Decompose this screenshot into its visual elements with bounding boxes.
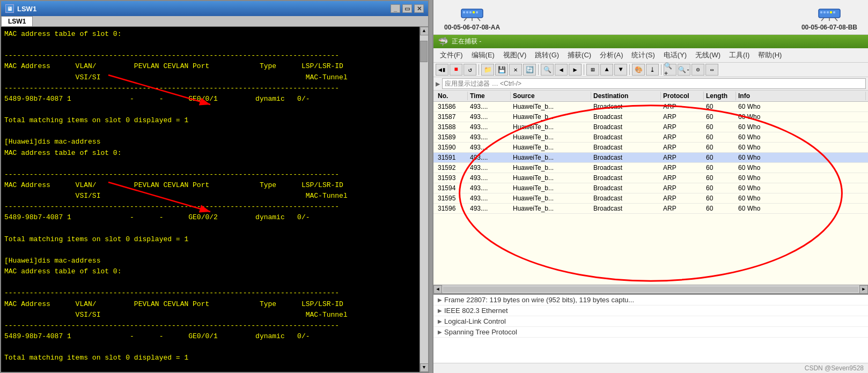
toolbar-start[interactable]: ◀▮ (436, 64, 448, 76)
list-item[interactable]: ▶Frame 22807: 119 bytes on wire (952 bit… (433, 295, 868, 305)
toolbar-zoom-reset[interactable]: ⊙ (692, 64, 704, 76)
table-row[interactable]: 31591 493.... HuaweiTe_b... Broadcast AR… (433, 153, 868, 163)
toolbar-down[interactable]: ▼ (614, 64, 627, 76)
scroll-up-button[interactable]: ▲ (420, 27, 429, 35)
cell-info: 60 Who (736, 113, 866, 121)
table-row[interactable]: 31588 493.... HuaweiTe_b... Broadcast AR… (433, 122, 868, 132)
ws-bottom-pane: ▶Frame 22807: 119 bytes on wire (952 bit… (433, 293, 868, 363)
tab-lsw1[interactable]: LSW1 (1, 16, 33, 26)
cell-dst: Broadcast (591, 184, 661, 192)
ws-titlebar: 🦈 正在捕获 - (433, 35, 868, 48)
cell-src: HuaweiTe_b... (511, 194, 591, 203)
toolbar-up[interactable]: ▲ (600, 64, 613, 76)
cell-info: 60 Who (736, 153, 866, 162)
table-row[interactable]: 31595 493.... HuaweiTe_b... Broadcast AR… (433, 193, 868, 204)
toolbar-goto[interactable]: ⊞ (586, 64, 599, 76)
menu-wireless[interactable]: 无线(W) (691, 49, 725, 61)
close-button[interactable]: ✕ (414, 4, 424, 13)
menu-file[interactable]: 文件(F) (436, 49, 467, 61)
scroll-thumb[interactable] (420, 41, 428, 62)
toolbar-zoom-in[interactable]: 🔍+ (664, 64, 676, 76)
cell-src: HuaweiTe_b... (511, 163, 591, 172)
device-right-mac: 00-05-06-07-08-BB (801, 24, 857, 31)
col-info: Info (736, 92, 866, 100)
toolbar-close[interactable]: ✕ (509, 64, 522, 76)
table-row[interactable]: 31590 493.... HuaweiTe_b... Broadcast AR… (433, 143, 868, 153)
col-no: No. (436, 92, 468, 100)
expand-icon: ▶ (438, 318, 442, 324)
hscroll-bar[interactable] (443, 287, 858, 292)
ws-packet-list[interactable]: 31586 493.... HuaweiTe_b... Broadcast AR… (433, 102, 868, 285)
scroll-track[interactable] (420, 35, 428, 363)
table-row[interactable]: 31594 493.... HuaweiTe_b... Broadcast AR… (433, 183, 868, 193)
cell-info: 60 Who (736, 143, 866, 152)
cell-no: 31594 (436, 184, 468, 192)
table-row[interactable]: 31593 493.... HuaweiTe_b... Broadcast AR… (433, 173, 868, 183)
svg-rect-6 (469, 11, 472, 13)
toolbar-resize-cols[interactable]: ⇔ (705, 64, 718, 76)
cell-proto: ARP (661, 184, 704, 192)
table-row[interactable]: 31592 493.... HuaweiTe_b... Broadcast AR… (433, 163, 868, 173)
cell-src: HuaweiTe_b... (511, 113, 591, 121)
menu-capture[interactable]: 捕获(C) (563, 49, 595, 61)
toolbar-zoom-out[interactable]: 🔍- (678, 64, 690, 76)
cell-len: 60 (704, 174, 736, 182)
cell-info: 60 Who (736, 204, 866, 213)
cell-src: HuaweiTe_b... (511, 174, 591, 182)
toolbar-stop[interactable]: ■ (450, 64, 462, 76)
list-item[interactable]: ▶Logical-Link Control (433, 316, 868, 327)
minimize-button[interactable]: _ (391, 4, 400, 13)
toolbar-open[interactable]: 📁 (481, 64, 494, 76)
restore-button[interactable]: ▭ (402, 4, 412, 13)
cell-time: 493.... (468, 133, 511, 141)
col-length: Length (704, 92, 736, 100)
toolbar-colorize[interactable]: 🎨 (632, 64, 645, 76)
device-left-mac: 00-05-06-07-08-AA (444, 24, 500, 31)
toolbar-autoscroll[interactable]: ⤓ (646, 64, 659, 76)
toolbar-restart[interactable]: ↺ (464, 64, 476, 76)
terminal-scrollbar[interactable]: ▲ ▼ (420, 27, 428, 372)
cell-time: 493.... (468, 184, 511, 192)
scroll-down-button[interactable]: ▼ (420, 363, 429, 372)
svg-rect-8 (476, 11, 478, 13)
cell-src: HuaweiTe_b... (511, 153, 591, 162)
ws-hscroll[interactable]: ◀ ▶ (433, 285, 868, 293)
cell-no: 31588 (436, 123, 468, 131)
terminal-tabs: LSW1 (1, 16, 428, 27)
cell-info: 60 Who (736, 174, 866, 182)
menu-view[interactable]: 视图(V) (499, 49, 531, 61)
ws-title-icon: 🦈 (438, 36, 448, 47)
cell-len: 60 (704, 184, 736, 192)
table-row[interactable]: 31589 493.... HuaweiTe_b... Broadcast AR… (433, 132, 868, 143)
menu-stats[interactable]: 统计(S) (627, 49, 659, 61)
hscroll-left[interactable]: ◀ (433, 285, 442, 294)
filter-input[interactable] (442, 78, 866, 89)
menu-goto[interactable]: 跳转(G) (531, 49, 563, 61)
list-item[interactable]: ▶IEEE 802.3 Ethernet (433, 305, 868, 316)
list-item[interactable]: ▶Spanning Tree Protocol (433, 327, 868, 338)
svg-line-11 (477, 18, 480, 21)
menu-tools[interactable]: 工具(I) (725, 49, 754, 61)
toolbar-save[interactable]: 💾 (495, 64, 508, 76)
cell-no: 31591 (436, 153, 468, 162)
hscroll-right[interactable]: ▶ (859, 285, 868, 294)
svg-line-18 (821, 18, 824, 21)
menu-help[interactable]: 帮助(H) (754, 49, 786, 61)
wireshark-window: 🦈 正在捕获 - 文件(F) 编辑(E) 视图(V) 跳转(G) 捕获(C) 分… (433, 35, 868, 373)
table-row[interactable]: 31596 493.... HuaweiTe_b... Broadcast AR… (433, 204, 868, 214)
toolbar-back[interactable]: ◀ (555, 64, 568, 76)
toolbar-reload[interactable]: 🔄 (523, 64, 536, 76)
table-row[interactable]: 31587 493.... HuaweiTe_b... Broadcast AR… (433, 112, 868, 122)
toolbar-find[interactable]: 🔍 (541, 64, 554, 76)
menu-phone[interactable]: 电话(Y) (659, 49, 691, 61)
menu-edit[interactable]: 编辑(E) (467, 49, 499, 61)
switch-icon-left (459, 4, 486, 23)
terminal-body[interactable]: MAC address table of slot 0: -----------… (1, 27, 420, 372)
cell-dst: Broadcast (591, 133, 661, 141)
menu-analyze[interactable]: 分析(A) (595, 49, 627, 61)
toolbar-sep3 (584, 64, 584, 75)
toolbar-forward[interactable]: ▶ (569, 64, 582, 76)
table-row[interactable]: 31586 493.... HuaweiTe_b... Broadcast AR… (433, 102, 868, 112)
cell-info: 60 Who (736, 133, 866, 141)
cell-proto: ARP (661, 113, 704, 121)
